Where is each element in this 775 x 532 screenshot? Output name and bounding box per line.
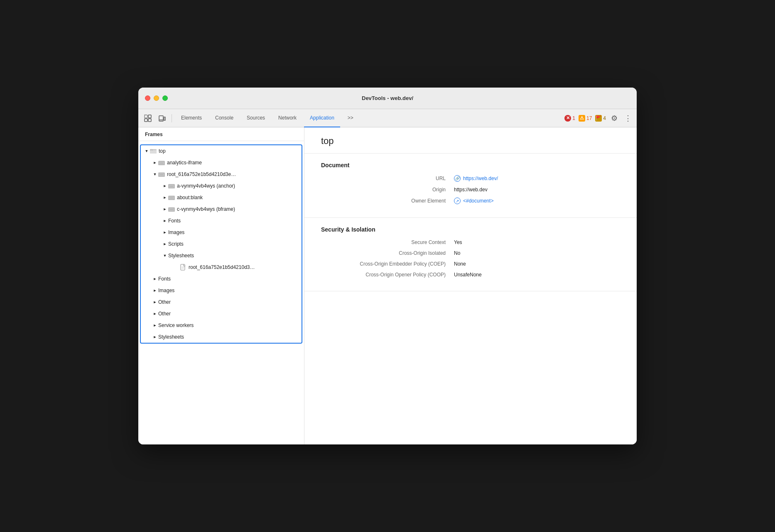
svg-rect-10	[160, 162, 163, 164]
main-content: Frames top	[138, 127, 637, 444]
tab-sources[interactable]: Sources	[241, 109, 271, 127]
coop-text: UnsafeNone	[454, 272, 482, 278]
tab-network[interactable]: Network	[272, 109, 302, 127]
more-options-icon[interactable]: ⋮	[623, 112, 633, 124]
svg-rect-22	[170, 209, 173, 210]
tree-item-cvynmy[interactable]: c-vynmy4vb4wys (bframe)	[141, 203, 302, 215]
info-badge[interactable]: 🚩 4	[595, 115, 606, 122]
folder-icon-cvynmy	[168, 206, 175, 212]
inspector-icon[interactable]	[142, 112, 154, 124]
tree-item-scripts-sub[interactable]: Scripts	[141, 238, 302, 250]
origin-value: https://web.dev	[454, 187, 488, 193]
svg-rect-23	[181, 264, 185, 270]
svg-rect-0	[145, 115, 147, 118]
tab-console-label: Console	[215, 115, 233, 121]
info-count: 4	[603, 115, 606, 121]
tree-label-images-sub: Images	[168, 229, 184, 235]
owner-element-label: Owner Element	[321, 198, 454, 204]
cross-origin-isolated-text: No	[454, 250, 460, 256]
cross-origin-isolated-label: Cross-Origin Isolated	[321, 250, 454, 256]
arrow-fonts-sub	[162, 218, 167, 223]
tree-label-root616: root_616a752e1b5d4210d3e…	[167, 171, 236, 177]
tree-item-root616[interactable]: root_616a752e1b5d4210d3e…	[141, 168, 302, 180]
arrow-images	[152, 288, 157, 293]
arrow-root616	[152, 172, 157, 177]
settings-icon[interactable]: ⚙	[609, 112, 619, 124]
coep-text: None	[454, 261, 466, 267]
tree-label-fonts-sub: Fonts	[168, 218, 181, 224]
svg-rect-2	[145, 119, 147, 122]
folder-icon-analytics	[158, 160, 165, 166]
coop-value: UnsafeNone	[454, 272, 482, 278]
devtools-window: DevTools - web.dev/ Elements Console	[138, 88, 637, 444]
sidebar: Frames top	[138, 127, 304, 444]
security-section: Security & Isolation Secure Context Yes …	[304, 218, 637, 291]
coep-label: Cross-Origin Embedder Policy (COEP)	[321, 261, 454, 267]
warning-count: 17	[586, 115, 592, 121]
secure-context-text: Yes	[454, 239, 462, 245]
url-link[interactable]: https://web.dev/	[463, 176, 498, 181]
tree-item-service-workers[interactable]: Service workers	[141, 320, 302, 331]
tab-more[interactable]: >>	[342, 109, 359, 127]
tree-item-analytics-iframe[interactable]: analytics-iframe	[141, 157, 302, 168]
tree-label-top: top	[159, 148, 166, 154]
folder-icon-about-blank	[168, 195, 175, 200]
window-title: DevTools - web.dev/	[362, 95, 413, 101]
svg-rect-13	[160, 174, 163, 176]
tree-label-other1: Other	[158, 299, 171, 305]
folder-icon-root616	[158, 171, 165, 177]
tab-console[interactable]: Console	[209, 109, 239, 127]
tree-item-stylesheets-sub[interactable]: Stylesheets	[141, 250, 302, 261]
tree-item-other2[interactable]: Other	[141, 308, 302, 320]
owner-element-link[interactable]: <#document>	[463, 198, 493, 204]
folder-icon-avynmy	[168, 183, 175, 189]
tree-item-images[interactable]: Images	[141, 285, 302, 296]
tab-elements-label: Elements	[181, 115, 202, 121]
tree-item-root-file[interactable]: root_616a752e1b5d4210d3…	[141, 261, 302, 273]
coep-value: None	[454, 261, 466, 267]
tree-label-root-file: root_616a752e1b5d4210d3…	[189, 264, 255, 270]
content-header: top	[304, 127, 637, 154]
tab-elements[interactable]: Elements	[175, 109, 208, 127]
tree-label-about-blank: about:blank	[177, 195, 203, 200]
tab-application-label: Application	[310, 115, 334, 121]
tree-item-other1[interactable]: Other	[141, 296, 302, 308]
tree-item-images-sub[interactable]: Images	[141, 227, 302, 238]
error-badge[interactable]: ✕ 1	[564, 115, 575, 122]
minimize-button[interactable]	[154, 95, 159, 101]
secure-context-field-row: Secure Context Yes	[321, 239, 620, 245]
tree-label-analytics: analytics-iframe	[167, 160, 202, 166]
tree-item-fonts[interactable]: Fonts	[141, 273, 302, 285]
origin-label: Origin	[321, 187, 454, 193]
close-button[interactable]	[145, 95, 150, 101]
arrow-avynmy	[162, 183, 167, 188]
arrow-images-sub	[162, 230, 167, 235]
coop-label: Cross-Origin Opener Policy (COOP)	[321, 272, 454, 278]
svg-rect-16	[170, 185, 173, 187]
tree-label-avynmy: a-vynmy4vb4wys (anchor)	[177, 183, 235, 189]
error-count: 1	[572, 115, 575, 121]
coop-field-row: Cross-Origin Opener Policy (COOP) Unsafe…	[321, 272, 620, 278]
arrow-cvynmy	[162, 207, 167, 212]
arrow-analytics	[152, 160, 157, 165]
device-toolbar-icon[interactable]	[156, 112, 168, 124]
tree-item-stylesheets[interactable]: Stylesheets	[141, 331, 302, 343]
sidebar-tree[interactable]: top analytics-iframe	[138, 141, 304, 444]
toolbar-divider	[172, 114, 172, 122]
sidebar-header: Frames	[138, 127, 304, 141]
maximize-button[interactable]	[162, 95, 168, 101]
warning-badge[interactable]: ⚠ 17	[579, 115, 592, 122]
tree-item-avynmy[interactable]: a-vynmy4vb4wys (anchor)	[141, 180, 302, 192]
arrow-service-workers	[152, 323, 157, 328]
coep-field-row: Cross-Origin Embedder Policy (COEP) None	[321, 261, 620, 267]
traffic-lights	[145, 95, 168, 101]
tab-application[interactable]: Application	[304, 109, 340, 127]
tree-item-fonts-sub[interactable]: Fonts	[141, 215, 302, 227]
tree-item-top[interactable]: top	[141, 145, 302, 157]
url-link-icon: 🔗	[454, 175, 461, 182]
tree-item-about-blank[interactable]: about:blank	[141, 192, 302, 203]
arrow-fonts	[152, 276, 157, 281]
arrow-about-blank	[162, 195, 167, 200]
file-icon-root	[180, 264, 186, 270]
arrow-other1	[152, 300, 157, 305]
